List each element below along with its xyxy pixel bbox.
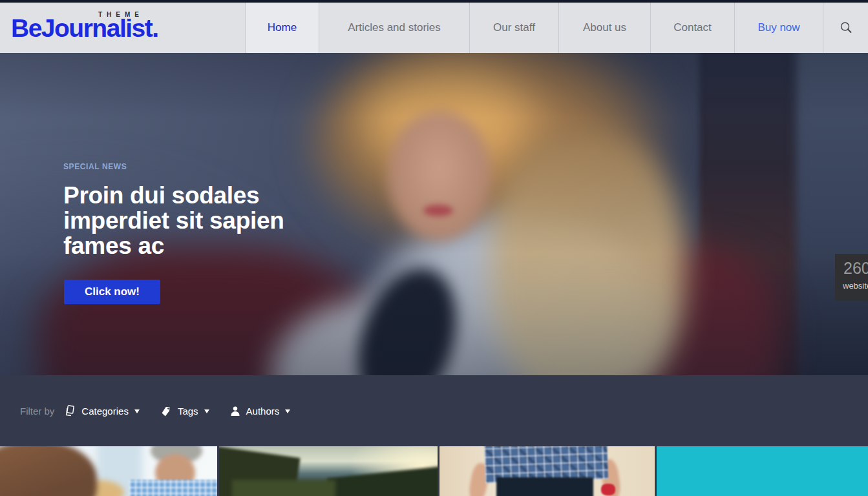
filter-dropdown-authors[interactable]: Authors [230,406,291,417]
tag-icon [160,405,172,417]
filter-by-label: Filter by [20,406,54,417]
filter-label-tags: Tags [178,406,198,417]
hero-kicker: SPECIAL NEWS [63,162,357,171]
search-button[interactable] [823,3,868,53]
article-thumbnail-plaid-shirt[interactable] [439,446,655,496]
promo-label: website [843,281,868,291]
article-thumbnail-coastal-cliffs[interactable] [219,446,438,496]
nav-item-buy-now[interactable]: Buy now [734,3,823,53]
promo-box[interactable]: 260+ website [835,254,868,301]
nav-item-home[interactable]: Home [245,3,319,53]
nav-item-articles-and-stories[interactable]: Articles and stories [319,3,469,53]
logo[interactable]: THEME BeJournalist. [0,3,245,53]
article-thumbnail-teal[interactable] [657,446,868,496]
hero-section: SPECIAL NEWS Proin dui sodales imperdiet… [0,53,868,375]
site-header: THEME BeJournalist. Home Articles and st… [0,0,868,53]
filter-label-authors: Authors [246,406,280,417]
pages-icon [64,405,76,417]
chevron-down-icon [204,409,209,413]
search-icon [839,21,853,35]
nav-item-contact[interactable]: Contact [650,3,734,53]
chevron-down-icon [134,409,140,413]
article-thumbnail-office-meeting[interactable] [0,446,217,496]
logo-text: BeJournalist. [11,16,158,41]
chevron-down-icon [285,409,290,413]
person-icon [230,406,240,417]
filter-dropdown-categories[interactable]: Categories [64,405,140,417]
filter-bar: Filter by Categories Tags Authors [0,375,868,446]
hero-headline: Proin dui sodales imperdiet sit sapien f… [63,183,357,258]
filter-dropdown-tags[interactable]: Tags [160,405,209,417]
promo-count: 260+ [843,260,868,278]
click-now-button[interactable]: Click now! [64,280,160,304]
nav-item-our-staff[interactable]: Our staff [469,3,558,53]
filter-label-categories: Categories [81,406,129,417]
nav-item-about-us[interactable]: About us [558,3,650,53]
